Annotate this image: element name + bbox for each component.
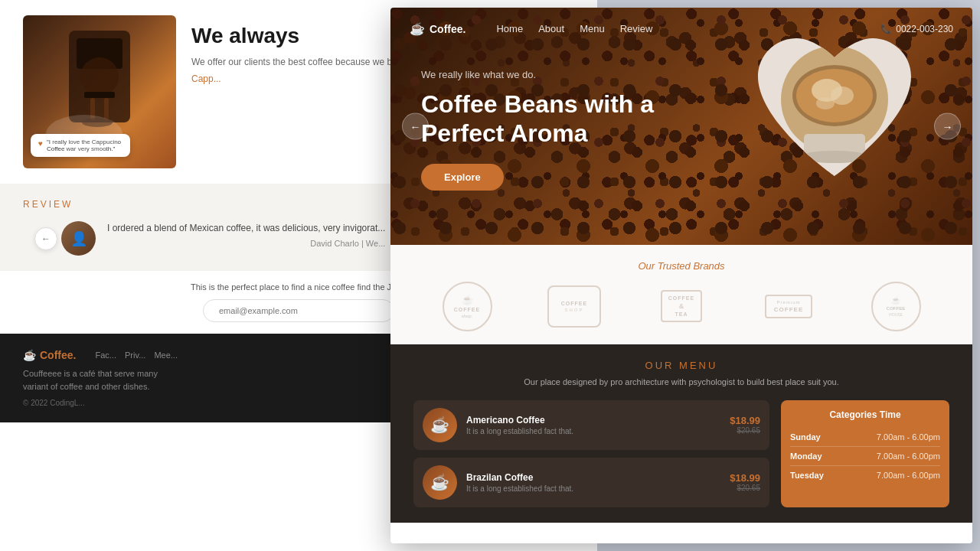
bg-avatar: 👤	[61, 221, 96, 256]
category-time-2: 7.00am - 6.00pm	[877, 471, 940, 480]
menu-title: OUR MENU	[413, 360, 949, 371]
svg-rect-5	[104, 98, 109, 121]
menu-price-current-2: $18.99	[730, 472, 760, 484]
menu-grid: ☕ Americano Coffee It is a long establis…	[413, 400, 949, 507]
menu-item-info-2: Brazilan Coffee It is a long established…	[466, 472, 720, 493]
nav-menu[interactable]: Menu	[580, 23, 605, 34]
category-time-1: 7.00am - 6.00pm	[877, 452, 940, 461]
menu-item-americano[interactable]: ☕ Americano Coffee It is a long establis…	[413, 400, 769, 450]
brand-3: COFFEE & TEA	[651, 283, 712, 329]
menu-item-desc-2: It is a long established fact that.	[466, 484, 720, 493]
nav-phone: 📞 0022-003-230	[880, 24, 953, 34]
footer-coffee-icon: ☕	[23, 349, 36, 361]
svg-point-12	[816, 97, 835, 109]
hero-content: We really like what we do. Coffee Beans …	[421, 69, 681, 191]
category-day-1: Monday	[790, 452, 822, 461]
nav-about[interactable]: About	[538, 23, 564, 34]
svg-point-2	[80, 57, 119, 96]
brand-1: ☕ COFFEE shop.	[436, 283, 498, 329]
hero-next-button[interactable]: →	[934, 113, 961, 140]
bg-reviewer-name: David Charlo | We...	[107, 239, 385, 248]
nav-home[interactable]: Home	[496, 23, 523, 34]
nav-logo-text: Coffee.	[430, 23, 466, 35]
bg-subtext: We offer our clients the best coffee bec…	[191, 55, 424, 69]
review-bubble: ♥ "I really love the Cappucino Coffee wa…	[31, 134, 130, 157]
nav-links: Home About Menu Review	[496, 23, 652, 34]
nav-logo-icon: ☕	[410, 21, 425, 36]
hero-subtitle: We really like what we do.	[421, 69, 681, 80]
bg-email-input[interactable]	[203, 299, 394, 322]
brand-4: Premium COFFEE	[758, 283, 819, 329]
menu-price-current-1: $18.99	[730, 415, 760, 426]
nav-logo: ☕ Coffee.	[410, 21, 466, 36]
bg-footer-logo: Coffee.	[40, 349, 76, 361]
nav-review[interactable]: Review	[620, 23, 653, 34]
category-time-0: 7.00am - 6.00pm	[877, 432, 940, 442]
menu-price-old-2: $20.65	[730, 484, 760, 492]
category-row-tuesday: Tuesday 7.00am - 6.00pm	[790, 466, 940, 484]
svg-rect-3	[84, 92, 115, 98]
brands-row: ☕ COFFEE shop. COFFEE SHOP COFFEE & TEA	[413, 283, 949, 329]
categories-box: Categories Time Sunday 7.00am - 6.00pm M…	[781, 400, 949, 507]
menu-item-img-2: ☕	[423, 465, 457, 500]
brands-title: Our Trusted Brands	[413, 260, 949, 272]
navigation: ☕ Coffee. Home About Menu Review 📞 0022-…	[390, 8, 972, 50]
category-day-2: Tuesday	[790, 471, 824, 480]
category-row-sunday: Sunday 7.00am - 6.00pm	[790, 428, 940, 447]
bg-coffee-image: ♥ "I really love the Cappucino Coffee wa…	[23, 15, 176, 168]
coffee-icon-2: ☕	[430, 473, 449, 491]
bg-text-section: We always We offer our clients the best …	[191, 15, 424, 168]
menu-item-name-1: Americano Coffee	[466, 415, 720, 425]
explore-button[interactable]: Explore	[421, 164, 504, 191]
svg-rect-4	[90, 98, 95, 121]
hero-prev-button[interactable]: ←	[402, 113, 429, 140]
menu-item-img-1: ☕	[423, 408, 457, 442]
bg-review-text: I ordered a blend of Mexican coffee, it …	[107, 221, 385, 235]
bg-footer-links: Fac... Priv... Mee...	[95, 350, 178, 360]
hero-title: Coffee Beans with a Perfect Aroma	[421, 90, 681, 148]
menu-price-old-1: $20.65	[730, 426, 760, 435]
heart-icon: ♥	[38, 139, 43, 148]
bg-footer-desc: Couffeeee is a café that serve many vari…	[23, 367, 176, 393]
categories-title: Categories Time	[790, 409, 940, 420]
brand-2: COFFEE SHOP	[544, 283, 605, 329]
menu-item-info-1: Americano Coffee It is a long establishe…	[466, 415, 720, 435]
hero-section: ☕ Coffee. Home About Menu Review 📞 0022-…	[390, 8, 972, 245]
category-day-0: Sunday	[790, 432, 821, 442]
phone-icon: 📞	[880, 24, 892, 34]
svg-point-14	[800, 151, 869, 163]
category-row-monday: Monday 7.00am - 6.00pm	[790, 447, 940, 466]
menu-item-name-2: Brazilan Coffee	[466, 472, 720, 483]
menu-item-price-1: $18.99 $20.65	[730, 415, 760, 435]
bg-link[interactable]: Capp...	[191, 73, 424, 84]
menu-desc: Our place designed by pro architecture w…	[413, 376, 949, 389]
menu-items-list: ☕ Americano Coffee It is a long establis…	[413, 400, 769, 507]
bg-heading: We always	[191, 23, 424, 49]
menu-item-desc-1: It is a long established fact that.	[466, 427, 720, 435]
menu-section: OUR MENU Our place designed by pro archi…	[390, 344, 972, 523]
brand-5: ☕ COFFEE HOUSE	[865, 283, 926, 329]
bg-prev-button[interactable]: ←	[34, 227, 57, 250]
brands-section: Our Trusted Brands ☕ COFFEE shop. COFFEE…	[390, 245, 972, 344]
coffee-icon-1: ☕	[430, 416, 449, 434]
menu-item-brazilan[interactable]: ☕ Brazilan Coffee It is a long establish…	[413, 458, 769, 507]
menu-item-price-2: $18.99 $20.65	[730, 472, 760, 492]
phone-number: 0022-003-230	[896, 24, 953, 34]
hero-coffee-cup	[743, 23, 926, 207]
main-page: ☕ Coffee. Home About Menu Review 📞 0022-…	[390, 8, 972, 543]
svg-point-6	[82, 118, 113, 127]
bubble-text: "I really love the Cappucino Coffee war …	[47, 139, 122, 152]
